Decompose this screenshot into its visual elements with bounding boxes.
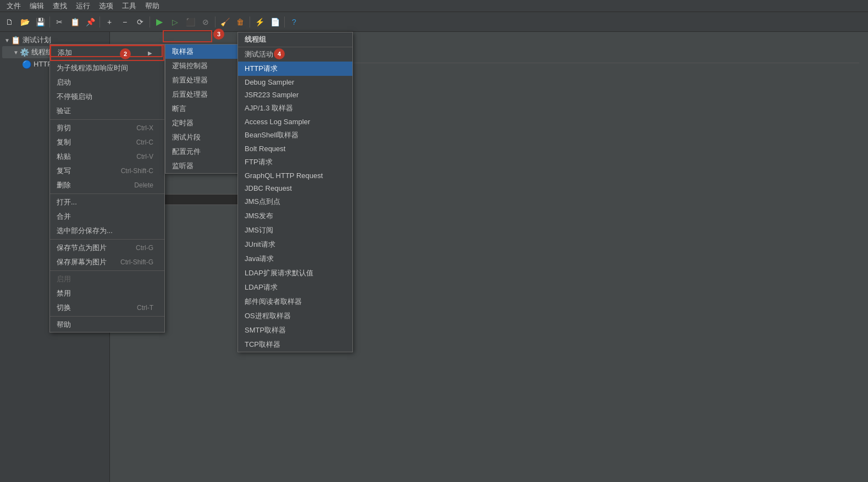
- new-button[interactable]: 🗋: [2, 15, 16, 29]
- toggle-item[interactable]: 切换 Ctrl-T: [50, 301, 164, 315]
- sampler-jms-point[interactable]: JMS点到点: [238, 195, 352, 209]
- add-menu-item[interactable]: 添加 ▶: [50, 45, 164, 61]
- tree-test-plan-label: 测试计划: [23, 35, 51, 45]
- toolbar-sep-4: [215, 16, 215, 27]
- start-item[interactable]: 启动: [50, 75, 164, 90]
- sampler-os[interactable]: OS进程取样器: [238, 309, 352, 323]
- copy-button[interactable]: 📋: [68, 15, 82, 29]
- sep5: [50, 316, 164, 317]
- add-arrow: ▶: [148, 50, 152, 56]
- start-no-pause-button[interactable]: ▷: [168, 15, 182, 29]
- save-selection-item[interactable]: 选中部分保存为...: [50, 224, 164, 238]
- templates-button[interactable]: 📄: [268, 15, 282, 29]
- start-button[interactable]: ▶: [152, 15, 167, 29]
- delete-shortcut: Delete: [134, 181, 153, 189]
- cut-button[interactable]: ✂: [52, 15, 67, 29]
- save-button[interactable]: 💾: [33, 15, 47, 29]
- save-screen-shortcut: Ctrl-Shift-G: [120, 258, 153, 266]
- toggle-shortcut: Ctrl-T: [137, 304, 153, 312]
- disable-item[interactable]: 禁用: [50, 286, 164, 301]
- scheduler-label: 调度器: [119, 181, 859, 191]
- clear-button[interactable]: 🧹: [218, 15, 232, 29]
- sampler-debug[interactable]: Debug Sampler: [238, 76, 352, 88]
- menu-edit[interactable]: 编辑: [25, 0, 48, 12]
- scheduler-section: 调度器: [119, 181, 859, 205]
- context-menu-main: 添加 ▶ 为子线程添加响应时间 启动 不停顿启动 验证 剪切 Ctrl-X 复制…: [49, 44, 165, 333]
- tree-expand-arrow: ▼: [4, 37, 10, 43]
- paste-shortcut: Ctrl-V: [136, 153, 153, 160]
- help-button[interactable]: ?: [287, 15, 301, 29]
- enable-item: 启用: [50, 272, 164, 286]
- paste-item[interactable]: 粘贴 Ctrl-V: [50, 149, 164, 164]
- delete-item[interactable]: 删除 Delete: [50, 178, 164, 192]
- menu-file[interactable]: 文件: [2, 0, 25, 12]
- menubar: 文件 编辑 查找 运行 选项 工具 帮助: [0, 0, 868, 12]
- add-response-time[interactable]: 为子线程添加响应时间: [50, 61, 164, 75]
- save-screen-img-item[interactable]: 保存屏幕为图片 Ctrl-Shift-G: [50, 255, 164, 269]
- sampler-mail[interactable]: 邮件阅读者取样器: [238, 295, 352, 309]
- duplicate-shortcut: Ctrl-Shift-C: [121, 167, 153, 175]
- function-helper-button[interactable]: ⚡: [252, 15, 267, 29]
- menu-help[interactable]: 帮助: [141, 0, 164, 12]
- shutdown-button[interactable]: ⊘: [198, 15, 213, 29]
- sampler-java[interactable]: Java请求: [238, 252, 352, 266]
- sampler-access-log[interactable]: Access Log Sampler: [238, 115, 352, 128]
- sampler-jsr223[interactable]: JSR223 Sampler: [238, 88, 352, 101]
- sep2: [50, 193, 164, 194]
- help-item[interactable]: 帮助: [50, 318, 164, 332]
- menu-options[interactable]: 选项: [95, 0, 118, 12]
- clear-all-button[interactable]: 🗑: [233, 15, 247, 29]
- menu-tools[interactable]: 工具: [118, 0, 141, 12]
- toolbar-sep-3: [150, 16, 150, 27]
- sampler-ajp[interactable]: AJP/1.3 取样器: [238, 101, 352, 115]
- toolbar: 🗋 📂 💾 ✂ 📋 📌 + − ⟳ ▶ ▷ ⬛ ⊘ 🧹 🗑 ⚡ 📄 ?: [0, 12, 868, 32]
- cut-shortcut: Ctrl-X: [136, 124, 153, 132]
- sampler-beanshell[interactable]: BeanShell取样器: [238, 128, 352, 142]
- sampler-ldap[interactable]: LDAP请求: [238, 280, 352, 295]
- add-label[interactable]: 添加 ▶: [51, 46, 163, 60]
- tree-test-plan-icon: 📋: [11, 36, 20, 45]
- sampler-header: 线程组: [238, 32, 352, 47]
- sampler-jdbc[interactable]: JDBC Request: [238, 182, 352, 195]
- copy-item[interactable]: 复制 Ctrl-C: [50, 135, 164, 149]
- tree-http-icon: 🔵: [22, 60, 31, 69]
- open-button[interactable]: 📂: [18, 15, 32, 29]
- paste-button[interactable]: 📌: [83, 15, 97, 29]
- sampler-junit[interactable]: JUnit请求: [238, 237, 352, 252]
- sampler-ldap-ext[interactable]: LDAP扩展请求默认值: [238, 266, 352, 280]
- sampler-test-activity[interactable]: 测试活动: [238, 47, 352, 62]
- sampler-graphql[interactable]: GraphQL HTTP Request: [238, 169, 352, 182]
- toolbar-sep-1: [49, 16, 50, 27]
- toolbar-sep-6: [284, 16, 285, 27]
- sep3: [50, 239, 164, 240]
- tree-thread-icon: ⚙️: [20, 48, 29, 57]
- cut-item[interactable]: 剪切 Ctrl-X: [50, 121, 164, 135]
- duplicate-item[interactable]: 复写 Ctrl-Shift-C: [50, 164, 164, 178]
- start-no-pause-item[interactable]: 不停顿启动: [50, 90, 164, 104]
- submenu-sampler: 线程组 测试活动 HTTP请求 Debug Sampler JSR223 Sam…: [237, 32, 353, 352]
- open-item[interactable]: 打开...: [50, 195, 164, 209]
- sampler-tcp[interactable]: TCP取样器: [238, 337, 352, 352]
- stop-button[interactable]: ⬛: [183, 15, 197, 29]
- sampler-ftp[interactable]: FTP请求: [238, 155, 352, 169]
- toolbar-sep-2: [99, 16, 100, 27]
- sampler-smtp[interactable]: SMTP取样器: [238, 323, 352, 337]
- validate-item[interactable]: 验证: [50, 104, 164, 118]
- sampler-jms-pub[interactable]: JMS发布: [238, 209, 352, 223]
- sampler-bolt[interactable]: Bolt Request: [238, 142, 352, 155]
- merge-item[interactable]: 合并: [50, 209, 164, 224]
- menu-find[interactable]: 查找: [48, 0, 71, 12]
- copy-shortcut: Ctrl-C: [136, 138, 153, 146]
- expand-button[interactable]: +: [102, 15, 117, 29]
- sep4: [50, 270, 164, 271]
- save-node-img-item[interactable]: 保存节点为图片 Ctrl-G: [50, 241, 164, 255]
- sep1: [50, 119, 164, 120]
- toolbar-sep-5: [250, 16, 250, 27]
- menu-run[interactable]: 运行: [71, 0, 95, 12]
- sampler-http[interactable]: HTTP请求: [238, 62, 352, 76]
- tree-thread-arrow: ▼: [13, 49, 19, 56]
- sampler-jms-sub[interactable]: JMS订阅: [238, 223, 352, 237]
- save-node-shortcut: Ctrl-G: [136, 244, 153, 252]
- collapse-button[interactable]: −: [118, 15, 132, 29]
- copy2-button[interactable]: ⟳: [133, 15, 147, 29]
